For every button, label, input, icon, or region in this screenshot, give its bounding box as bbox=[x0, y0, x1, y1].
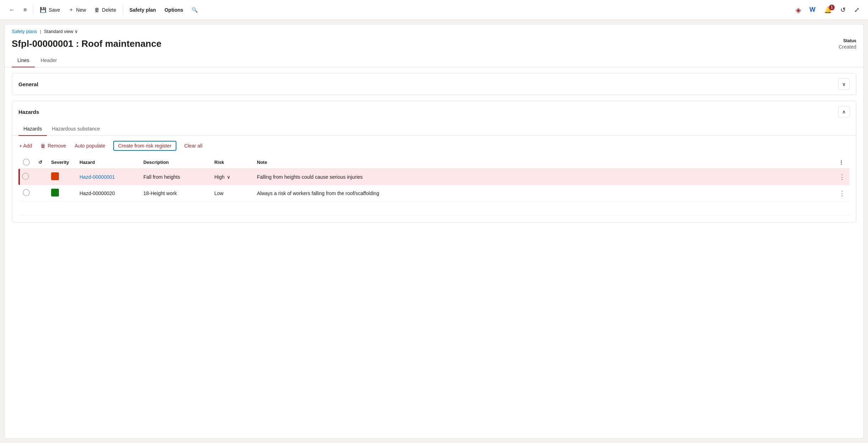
row1-note-cell: Falling from heights could cause serious… bbox=[253, 169, 835, 185]
status-label: Status bbox=[839, 38, 856, 43]
col-refresh-header: ↺ bbox=[34, 156, 47, 169]
general-section-header[interactable]: General ∨ bbox=[12, 73, 856, 95]
col-hazard-header: Hazard bbox=[75, 156, 139, 169]
row1-selector[interactable] bbox=[22, 173, 29, 180]
col-severity-header: Severity bbox=[47, 156, 75, 169]
col-note-header: Note bbox=[253, 156, 835, 169]
refresh-icon: ↺ bbox=[840, 6, 846, 13]
chevron-down-icon: ∨ bbox=[842, 81, 846, 87]
notification-badge: 1 bbox=[829, 5, 835, 10]
auto-populate-button[interactable]: Auto populate bbox=[74, 142, 106, 150]
row1-severity-dot bbox=[51, 172, 59, 180]
delete-icon: 🗑 bbox=[94, 7, 100, 13]
breadcrumb-safety-plans-link[interactable]: Safety plans bbox=[12, 29, 37, 34]
tab-lines[interactable]: Lines bbox=[12, 54, 35, 67]
new-button[interactable]: ＋ New bbox=[65, 4, 89, 15]
general-toggle-button[interactable]: ∨ bbox=[838, 78, 850, 90]
record-header: Sfpl-00000001 : Roof maintenance Status … bbox=[5, 34, 863, 50]
hazards-toggle-button[interactable]: ∧ bbox=[838, 106, 850, 117]
breadcrumb: Safety plans | Standard view ∨ bbox=[5, 24, 863, 34]
delete-button[interactable]: 🗑 Delete bbox=[91, 5, 120, 15]
hazards-section-title: Hazards bbox=[18, 109, 39, 115]
row2-refresh-cell bbox=[34, 185, 47, 201]
row2-selector[interactable] bbox=[23, 189, 30, 196]
hazards-inner-tabs: Hazards Hazardous substance bbox=[12, 122, 856, 136]
hazards-table-body: Hazd-00000001 Fall from heights High ∨ F… bbox=[18, 169, 850, 216]
create-from-risk-register-button[interactable]: Create from risk register bbox=[113, 141, 176, 151]
row2-check-cell bbox=[18, 185, 34, 201]
tab-header[interactable]: Header bbox=[35, 54, 62, 67]
delete-label: Delete bbox=[102, 7, 116, 13]
col-more-header: ⋮ bbox=[835, 156, 850, 169]
row1-severity-cell bbox=[47, 169, 75, 185]
remove-icon: 🗑 bbox=[40, 143, 45, 149]
row2-risk-value: Low bbox=[214, 190, 224, 196]
menu-button[interactable]: ≡ bbox=[20, 5, 30, 15]
row2-more-button[interactable]: ⋮ bbox=[839, 190, 845, 196]
hazards-action-bar: + Add 🗑 Remove Auto populate Create from… bbox=[12, 136, 856, 156]
hazards-table: ↺ Severity Hazard Description Risk Note … bbox=[18, 156, 850, 216]
standard-view-label: Standard view bbox=[44, 29, 73, 34]
inner-tab-hazardous-substance[interactable]: Hazardous substance bbox=[47, 122, 105, 136]
options-menu[interactable]: Options bbox=[161, 5, 187, 15]
status-value: Created bbox=[839, 44, 856, 50]
options-label: Options bbox=[164, 7, 183, 13]
row2-severity-dot bbox=[51, 189, 59, 196]
table-row: Hazd-00000020 18-Height work Low Always … bbox=[18, 185, 850, 201]
search-button[interactable]: 🔍 bbox=[188, 5, 201, 15]
table-empty-row bbox=[18, 201, 850, 216]
auto-populate-label: Auto populate bbox=[75, 143, 105, 149]
add-button[interactable]: + Add bbox=[18, 142, 33, 150]
add-label: + Add bbox=[19, 143, 32, 149]
save-label: Save bbox=[49, 7, 60, 13]
general-section: General ∨ bbox=[12, 73, 856, 95]
safety-plan-label: Safety plan bbox=[130, 7, 156, 13]
row1-refresh-cell bbox=[34, 169, 47, 185]
toolbar-divider-1 bbox=[33, 5, 33, 15]
diamond-icon-button[interactable]: ◈ bbox=[793, 4, 804, 16]
external-icon: ⤢ bbox=[854, 6, 859, 13]
row1-more-cell: ⋮ bbox=[835, 169, 850, 185]
record-title: Sfpl-00000001 : Roof maintenance bbox=[12, 38, 161, 49]
menu-icon: ≡ bbox=[23, 7, 27, 13]
row2-severity-cell bbox=[47, 185, 75, 201]
toolbar-divider-2 bbox=[123, 5, 123, 15]
remove-button[interactable]: 🗑 Remove bbox=[40, 142, 67, 150]
col-description-header: Description bbox=[139, 156, 210, 169]
row1-risk-cell: High ∨ bbox=[210, 169, 253, 185]
create-from-risk-register-label: Create from risk register bbox=[118, 143, 171, 149]
safety-plan-menu[interactable]: Safety plan bbox=[126, 5, 160, 15]
back-button[interactable]: ← bbox=[6, 5, 18, 15]
save-button[interactable]: 💾 Save bbox=[36, 5, 64, 15]
new-label: New bbox=[76, 7, 86, 13]
standard-view-dropdown[interactable]: Standard view ∨ bbox=[44, 29, 78, 34]
general-section-title: General bbox=[18, 81, 38, 87]
save-icon: 💾 bbox=[40, 7, 46, 13]
row1-hazard-link[interactable]: Hazd-00000001 bbox=[79, 174, 115, 180]
external-button[interactable]: ⤢ bbox=[851, 5, 862, 15]
main-tabs-bar: Lines Header bbox=[5, 54, 863, 67]
status-block: Status Created bbox=[839, 38, 856, 50]
clear-all-button[interactable]: Clear all bbox=[183, 142, 203, 150]
refresh-button[interactable]: ↺ bbox=[837, 5, 848, 15]
page-container: Safety plans | Standard view ∨ Sfpl-0000… bbox=[4, 24, 864, 439]
row1-risk-chevron: ∨ bbox=[227, 174, 230, 180]
remove-label: Remove bbox=[48, 143, 66, 149]
hazards-section-header[interactable]: Hazards ∧ bbox=[12, 101, 856, 122]
chevron-up-icon: ∧ bbox=[842, 109, 846, 115]
col-risk-header: Risk bbox=[210, 156, 253, 169]
col-check-header bbox=[18, 156, 34, 169]
new-icon: ＋ bbox=[68, 6, 74, 13]
word-icon-button[interactable]: W bbox=[807, 5, 818, 15]
clear-all-label: Clear all bbox=[184, 143, 202, 149]
row1-hazard-cell: Hazd-00000001 bbox=[75, 169, 139, 185]
inner-tab-hazards[interactable]: Hazards bbox=[18, 122, 47, 136]
notification-button[interactable]: 🔔 1 bbox=[821, 5, 835, 15]
row2-hazard-id: Hazd-00000020 bbox=[79, 190, 115, 196]
row2-note-cell: Always a risk of workers falling from th… bbox=[253, 185, 835, 201]
row1-more-button[interactable]: ⋮ bbox=[839, 174, 845, 180]
word-icon: W bbox=[809, 6, 815, 13]
row2-hazard-cell: Hazd-00000020 bbox=[75, 185, 139, 201]
toolbar-right: ◈ W 🔔 1 ↺ ⤢ bbox=[793, 4, 862, 16]
refresh-col-icon: ↺ bbox=[38, 160, 42, 165]
